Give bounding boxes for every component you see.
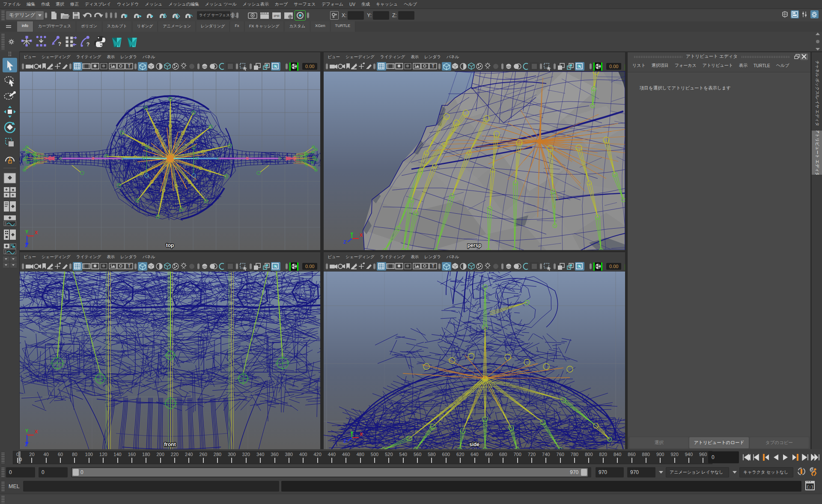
svg-text:?: ?	[58, 41, 61, 47]
svg-text:T: T	[432, 264, 434, 268]
svg-text:persp: persp	[468, 242, 482, 248]
svg-text:X: X	[35, 429, 38, 434]
svg-text:Z: Z	[25, 243, 28, 248]
svg-text:Z: Z	[343, 239, 346, 245]
svg-text:IPR: IPR	[274, 14, 280, 18]
svg-text:side: side	[469, 441, 480, 447]
svg-text:T: T	[128, 64, 130, 69]
svg-text:Y: Y	[25, 229, 29, 234]
svg-text:Z: Z	[25, 442, 28, 447]
svg-text:top: top	[166, 242, 174, 248]
svg-text:X: X	[360, 233, 363, 238]
svg-text:X: X	[360, 432, 363, 437]
svg-text:T: T	[128, 264, 130, 268]
svg-text:X: X	[35, 230, 38, 235]
svg-text:{;}: {;}	[807, 485, 813, 489]
svg-text:Y: Y	[25, 428, 29, 433]
svg-text:Z: Z	[343, 438, 346, 444]
svg-text:front: front	[164, 441, 176, 447]
svg-text:?: ?	[86, 42, 90, 48]
svg-text:T: T	[432, 64, 434, 69]
